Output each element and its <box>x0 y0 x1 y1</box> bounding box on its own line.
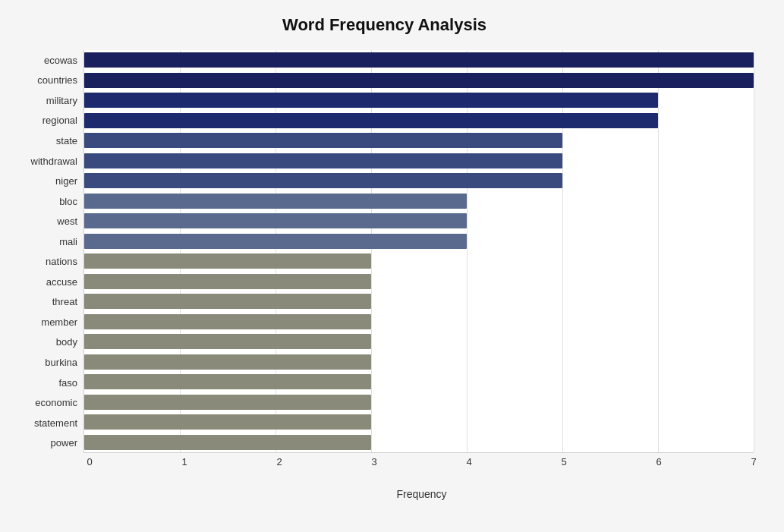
bar <box>84 173 562 188</box>
y-labels: ecowascountriesmilitaryregionalstatewith… <box>15 50 83 453</box>
y-label: burkina <box>45 357 77 367</box>
bar-row <box>84 292 754 310</box>
x-axis: 01234567 <box>90 456 754 471</box>
bar <box>84 93 658 108</box>
y-label: bloc <box>59 197 77 206</box>
y-label: faso <box>58 378 77 388</box>
bar-row <box>84 252 754 270</box>
y-label: niger <box>55 176 77 186</box>
bar-row <box>84 393 754 411</box>
bar-row <box>84 332 754 351</box>
x-tick: 2 <box>276 456 282 467</box>
bar <box>84 113 658 128</box>
bar <box>84 52 754 68</box>
bar <box>84 294 371 309</box>
bar <box>84 374 371 389</box>
bar-row <box>84 112 754 130</box>
bars-area <box>83 50 754 453</box>
x-tick: 5 <box>561 456 566 467</box>
bar-row <box>84 131 754 150</box>
y-label: nations <box>46 257 77 266</box>
bar-row <box>84 51 754 69</box>
chart-container: Word Frequency Analysis ecowascountriesm… <box>0 0 784 532</box>
y-label: west <box>57 216 77 226</box>
bar-row <box>84 192 754 210</box>
bar <box>84 334 371 349</box>
grid-lines <box>84 50 754 452</box>
bar-row <box>84 413 754 431</box>
bar-row <box>84 272 754 291</box>
chart-title: Word Frequency Analysis <box>15 15 754 35</box>
x-tick: 0 <box>87 456 92 467</box>
bar-row <box>84 212 754 230</box>
bar-row <box>84 433 754 452</box>
y-label: military <box>46 96 77 105</box>
bar-row <box>84 232 754 250</box>
bar <box>84 153 562 168</box>
y-label: regional <box>43 115 77 125</box>
bar-row <box>84 313 754 331</box>
bar <box>84 234 467 249</box>
bar <box>84 435 371 450</box>
y-label: power <box>51 438 77 448</box>
y-label: threat <box>52 297 77 307</box>
y-label: accuse <box>46 277 77 287</box>
bar <box>84 414 371 430</box>
bar <box>84 213 467 228</box>
x-axis-label: Frequency <box>90 488 754 500</box>
bar-row <box>84 91 754 109</box>
bar-row <box>84 353 754 371</box>
y-label: mali <box>59 237 77 247</box>
bar-row <box>84 172 754 190</box>
x-tick: 1 <box>181 456 187 467</box>
x-tick: 3 <box>371 456 376 467</box>
bar-row <box>84 71 754 90</box>
bar <box>84 73 754 88</box>
y-label: statement <box>34 418 77 428</box>
y-label: economic <box>35 398 77 408</box>
y-label: member <box>41 317 77 327</box>
bar <box>84 314 371 329</box>
x-tick: 4 <box>466 456 471 467</box>
x-tick: 6 <box>656 456 661 467</box>
bar <box>84 274 371 289</box>
bar <box>84 253 371 269</box>
bar-row <box>84 152 754 170</box>
x-tick: 7 <box>751 456 756 467</box>
bar <box>84 395 371 410</box>
bar <box>84 354 371 370</box>
y-label: state <box>56 136 77 146</box>
bar <box>84 194 467 209</box>
y-label: withdrawal <box>31 156 77 166</box>
y-label: body <box>56 337 77 347</box>
y-label: ecowas <box>44 55 77 65</box>
chart-area: ecowascountriesmilitaryregionalstatewith… <box>15 50 754 453</box>
bar-row <box>84 373 754 391</box>
y-label: countries <box>37 75 77 85</box>
bar <box>84 133 562 148</box>
